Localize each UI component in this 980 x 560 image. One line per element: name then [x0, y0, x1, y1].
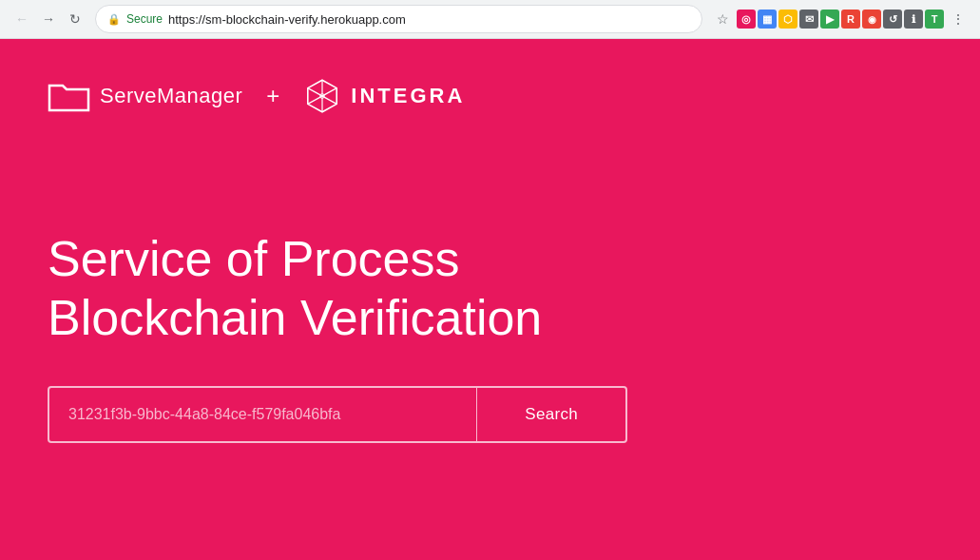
- ext-icon-4[interactable]: ✉: [799, 10, 818, 29]
- page-content: ServeManager + INTEGRA Service of Proces…: [0, 39, 980, 560]
- browser-toolbar: ← → ↻ 🔒 Secure ☆ ◎ ▦ ⬡ ✉ ▶ R ◉ ↺ ℹ T: [0, 0, 980, 38]
- heading-line1: Service of Process: [48, 231, 460, 286]
- ext-icon-9[interactable]: ℹ: [904, 10, 923, 29]
- secure-label: Secure: [126, 12, 163, 26]
- ext-icon-2[interactable]: ▦: [758, 10, 777, 29]
- serve-manager-text: ServeManager: [100, 84, 242, 108]
- integra-logo: INTEGRA: [303, 77, 465, 115]
- serve-manager-logo: ServeManager: [48, 80, 242, 113]
- extension-icons: ◎ ▦ ⬡ ✉ ▶ R ◉ ↺ ℹ T: [737, 10, 944, 29]
- browser-chrome: ← → ↻ 🔒 Secure ☆ ◎ ▦ ⬡ ✉ ▶ R ◉ ↺ ℹ T: [0, 0, 980, 39]
- main-heading: Service of Process Blockchain Verificati…: [48, 229, 932, 348]
- refresh-button[interactable]: ↻: [63, 7, 87, 31]
- ext-icon-7[interactable]: ◉: [862, 10, 881, 29]
- ext-icon-6[interactable]: R: [841, 10, 860, 29]
- plus-sign: +: [266, 83, 279, 109]
- address-bar[interactable]: 🔒 Secure: [95, 5, 702, 33]
- search-button[interactable]: Search: [477, 388, 625, 441]
- heading-line2: Blockchain Verification: [48, 290, 542, 345]
- url-input[interactable]: [168, 12, 690, 27]
- back-button[interactable]: ←: [10, 7, 34, 31]
- ext-icon-8[interactable]: ↺: [883, 10, 902, 29]
- nav-buttons: ← → ↻: [10, 7, 87, 31]
- page-header: ServeManager + INTEGRA: [48, 77, 932, 115]
- secure-icon: 🔒: [107, 13, 121, 26]
- ext-icon-3[interactable]: ⬡: [778, 10, 797, 29]
- toolbar-actions: ☆ ◎ ▦ ⬡ ✉ ▶ R ◉ ↺ ℹ T ⋮: [710, 7, 970, 31]
- search-input[interactable]: [49, 388, 476, 441]
- integra-hex-icon: [303, 77, 341, 115]
- forward-button[interactable]: →: [36, 7, 61, 31]
- ext-icon-5[interactable]: ▶: [820, 10, 839, 29]
- integra-text: INTEGRA: [351, 84, 465, 108]
- ext-icon-1[interactable]: ◎: [737, 10, 756, 29]
- menu-button[interactable]: ⋮: [946, 7, 970, 31]
- bookmark-button[interactable]: ☆: [710, 7, 735, 31]
- search-container: Search: [48, 386, 627, 443]
- folder-icon: [48, 80, 90, 113]
- ext-icon-10[interactable]: T: [925, 10, 944, 29]
